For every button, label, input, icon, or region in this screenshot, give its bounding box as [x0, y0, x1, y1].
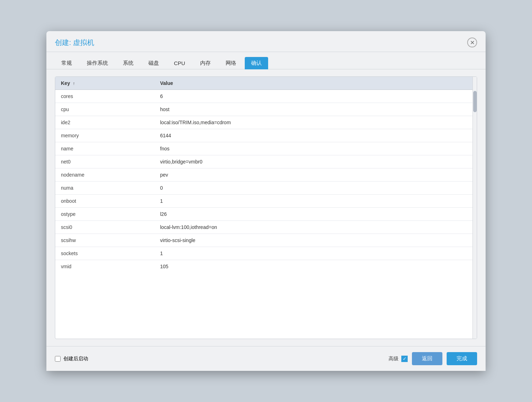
- table-cell-value: 6144: [154, 129, 477, 142]
- table-cell-key: ostype: [55, 208, 154, 221]
- table-cell-value: 1: [154, 195, 477, 208]
- table-cell-key: name: [55, 142, 154, 155]
- config-table: Key ↑ Value cores6cpuhostide2local:iso/T…: [55, 77, 477, 273]
- table-cell-value: 6: [154, 90, 477, 103]
- footer-right: 高级 ✓ 返回 完成: [389, 352, 477, 365]
- table-cell-value: pev: [154, 168, 477, 182]
- create-vm-dialog: 创建: 虚拟机 ✕ 常规操作系统系统磁盘CPU内存网络确认 Key ↑ Valu…: [46, 31, 486, 371]
- close-button[interactable]: ✕: [467, 38, 477, 47]
- dialog-header: 创建: 虚拟机 ✕: [46, 31, 486, 52]
- col-key-header[interactable]: Key ↑: [55, 77, 154, 90]
- start-after-create-checkbox[interactable]: [55, 356, 61, 362]
- table-row: onboot1: [55, 195, 477, 208]
- table-cell-key: onboot: [55, 195, 154, 208]
- table-row: sockets1: [55, 247, 477, 260]
- table-row: ide2local:iso/TRIM.iso,media=cdrom: [55, 116, 477, 129]
- col-value-header[interactable]: Value: [154, 77, 477, 90]
- table-cell-key: cpu: [55, 103, 154, 116]
- table-cell-value: virtio-scsi-single: [154, 234, 477, 247]
- dialog-body: Key ↑ Value cores6cpuhostide2local:iso/T…: [46, 69, 486, 346]
- footer-left: 创建后启动: [55, 356, 88, 362]
- complete-button[interactable]: 完成: [447, 352, 477, 365]
- tab-network[interactable]: 网络: [219, 57, 243, 69]
- table-row: vmid105: [55, 260, 477, 273]
- table-cell-key: memory: [55, 129, 154, 142]
- table-cell-value: local-lvm:100,iothread=on: [154, 221, 477, 234]
- table-cell-value: local:iso/TRIM.iso,media=cdrom: [154, 116, 477, 129]
- table-row: cpuhost: [55, 103, 477, 116]
- table-cell-key: scsi0: [55, 221, 154, 234]
- table-cell-value: 105: [154, 260, 477, 273]
- back-button[interactable]: 返回: [412, 352, 442, 365]
- table-container: Key ↑ Value cores6cpuhostide2local:iso/T…: [55, 76, 477, 339]
- tab-memory[interactable]: 内存: [194, 57, 217, 69]
- table-row: net0virtio,bridge=vmbr0: [55, 155, 477, 168]
- advanced-label: 高级: [389, 356, 398, 362]
- table-cell-value: fnos: [154, 142, 477, 155]
- table-cell-key: numa: [55, 182, 154, 195]
- table-cell-key: sockets: [55, 247, 154, 260]
- scrollbar-thumb: [473, 91, 477, 112]
- table-cell-key: vmid: [55, 260, 154, 273]
- tab-disk[interactable]: 磁盘: [142, 57, 165, 69]
- tab-system[interactable]: 系统: [117, 57, 140, 69]
- start-after-create-container[interactable]: 创建后启动: [55, 356, 88, 362]
- table-cell-key: scsihw: [55, 234, 154, 247]
- advanced-checkbox[interactable]: ✓: [401, 356, 408, 362]
- checkmark-icon: ✓: [403, 356, 407, 361]
- table-cell-key: net0: [55, 155, 154, 168]
- table-cell-value: host: [154, 103, 477, 116]
- table-row: numa0: [55, 182, 477, 195]
- table-row: memory6144: [55, 129, 477, 142]
- table-row: ostypel26: [55, 208, 477, 221]
- table-row: nodenamepev: [55, 168, 477, 182]
- table-cell-value: 1: [154, 247, 477, 260]
- col-value-label: Value: [160, 80, 173, 86]
- tab-cpu[interactable]: CPU: [168, 57, 192, 69]
- table-row: scsihwvirtio-scsi-single: [55, 234, 477, 247]
- scrollbar[interactable]: [472, 77, 477, 339]
- table-cell-value: l26: [154, 208, 477, 221]
- table-row: namefnos: [55, 142, 477, 155]
- table-cell-key: ide2: [55, 116, 154, 129]
- start-after-create-label: 创建后启动: [63, 356, 88, 362]
- col-key-label: Key: [61, 80, 70, 86]
- tab-bar: 常规操作系统系统磁盘CPU内存网络确认: [46, 52, 486, 69]
- table-cell-value: virtio,bridge=vmbr0: [154, 155, 477, 168]
- dialog-footer: 创建后启动 高级 ✓ 返回 完成: [46, 346, 486, 371]
- advanced-section: 高级 ✓: [389, 356, 408, 362]
- tab-confirm[interactable]: 确认: [245, 57, 268, 69]
- table-cell-key: cores: [55, 90, 154, 103]
- table-cell-key: nodename: [55, 168, 154, 182]
- dialog-title: 创建: 虚拟机: [55, 38, 94, 47]
- tab-os[interactable]: 操作系统: [80, 57, 114, 69]
- tab-general[interactable]: 常规: [55, 57, 78, 69]
- table-row: scsi0local-lvm:100,iothread=on: [55, 221, 477, 234]
- table-row: cores6: [55, 90, 477, 103]
- sort-icon: ↑: [73, 81, 75, 86]
- table-cell-value: 0: [154, 182, 477, 195]
